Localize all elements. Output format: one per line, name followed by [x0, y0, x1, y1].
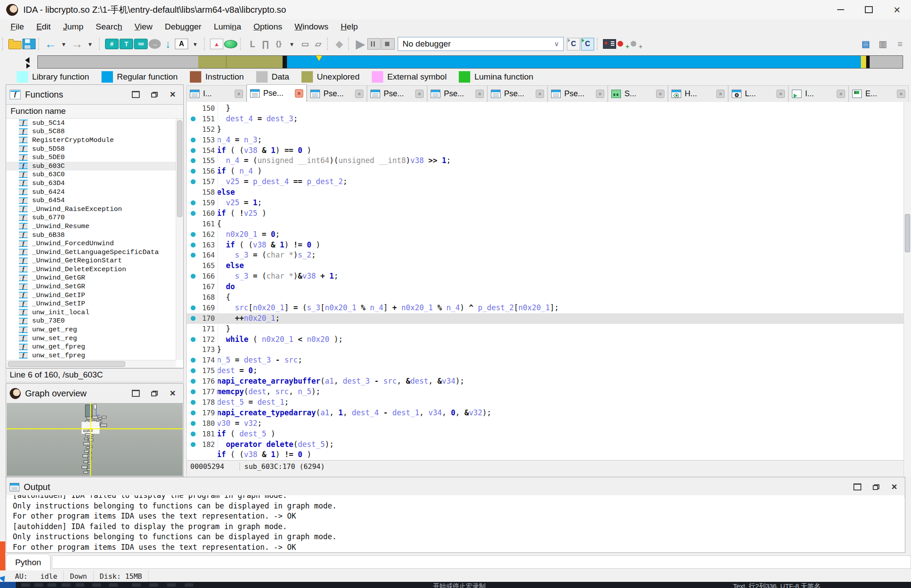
- jump-address-icon[interactable]: #: [105, 39, 119, 49]
- jump-xref-icon[interactable]: →: [149, 39, 161, 49]
- function-item[interactable]: f_Unwind_GetRegionStart: [7, 257, 176, 265]
- tab-close-icon[interactable]: ×: [235, 90, 243, 98]
- navband-scroll-right-icon[interactable]: [26, 63, 33, 69]
- code-line[interactable]: 180 v30 = v32;: [187, 418, 904, 429]
- breakpoint-disabled-icon[interactable]: [630, 40, 642, 49]
- function-item[interactable]: fsub_6B38: [7, 231, 176, 240]
- output-float-button[interactable]: [869, 481, 883, 493]
- diamond-icon[interactable]: ◆: [333, 36, 345, 51]
- debug-pause-icon[interactable]: [367, 38, 381, 50]
- open-file-icon[interactable]: [8, 41, 22, 49]
- pseudocode-vscrollbar[interactable]: [904, 102, 911, 477]
- functions-maximize-button[interactable]: [129, 89, 143, 100]
- function-item[interactable]: fsub_6454: [7, 196, 176, 205]
- navband-segment-5[interactable]: [287, 56, 861, 68]
- tab-e[interactable]: E...×: [849, 85, 909, 102]
- debugger-select[interactable]: No debugger∨: [398, 37, 564, 51]
- function-name-column-header[interactable]: Function name: [6, 105, 183, 119]
- create-function-icon[interactable]: ∏: [259, 36, 272, 51]
- graph-overview-canvas[interactable]: [7, 403, 183, 476]
- code-line[interactable]: 156 if ( n_4 ): [187, 166, 904, 177]
- code-line-current[interactable]: 170 ++n0x20_1;: [187, 313, 904, 324]
- function-item[interactable]: funw_get_fpreg: [7, 342, 176, 351]
- function-item[interactable]: fsub_5C14: [7, 119, 176, 127]
- tab-close-icon[interactable]: ×: [295, 89, 303, 98]
- menu-edit[interactable]: Edit: [30, 21, 57, 33]
- navband-segment-3[interactable]: [227, 56, 283, 68]
- code-line[interactable]: 181 if ( dest_5 ): [187, 429, 904, 439]
- menu-windows[interactable]: Windows: [288, 21, 334, 33]
- navband-position-arrow-icon[interactable]: [316, 56, 322, 64]
- function-item[interactable]: f_Unwind_SetIP: [7, 299, 176, 308]
- output-log[interactable]: [autohidden] IDA failed to display the p…: [7, 495, 904, 552]
- tab-close-icon[interactable]: ×: [716, 90, 725, 98]
- breakpoint-list-icon[interactable]: [603, 39, 616, 49]
- menu-options[interactable]: Options: [247, 21, 288, 33]
- code-line[interactable]: 179 napi_create_typedarray(a1, 1, dest_4…: [187, 408, 904, 418]
- function-item[interactable]: f_Unwind_ForcedUnwind: [7, 239, 176, 248]
- function-item[interactable]: fsub_5DE0: [7, 153, 176, 162]
- code-line[interactable]: 158 else: [187, 187, 904, 198]
- function-item[interactable]: f_Unwind_GetGR: [7, 274, 176, 283]
- code-line[interactable]: 168 {: [187, 292, 904, 303]
- code-line[interactable]: 153 n_4 = n_3;: [187, 135, 904, 145]
- create-enum-icon[interactable]: ▭: [299, 36, 311, 51]
- code-line[interactable]: 157 v25 = p_dest_4 == p_dest_2;: [187, 177, 904, 187]
- function-list-vscrollbar[interactable]: [176, 119, 183, 360]
- function-item[interactable]: f_Unwind_SetGR: [7, 282, 176, 291]
- function-item[interactable]: f_Unwind_RaiseException: [7, 205, 176, 214]
- cli-input[interactable]: [52, 555, 911, 569]
- code-line[interactable]: 152 }: [187, 124, 904, 135]
- code-line[interactable]: 182 operator delete(dest_5);: [187, 439, 904, 450]
- output-maximize-button[interactable]: [850, 481, 864, 493]
- navigation-band[interactable]: [37, 55, 903, 69]
- search-text-icon[interactable]: A: [175, 39, 188, 49]
- forward-dropdown-icon[interactable]: ▾: [84, 36, 96, 51]
- code-line[interactable]: 173 }: [187, 345, 904, 355]
- tab-close-icon[interactable]: ×: [897, 90, 905, 98]
- function-item[interactable]: funw_set_reg: [7, 334, 176, 343]
- minimize-button[interactable]: [827, 0, 855, 19]
- function-item[interactable]: fsub_63D4: [7, 179, 176, 188]
- tab-s[interactable]: S...×: [608, 85, 668, 102]
- marker-triangle-icon[interactable]: ▲: [210, 39, 223, 49]
- debug-run-icon[interactable]: ▶: [354, 36, 367, 51]
- back-icon[interactable]: ←: [44, 36, 57, 51]
- python-cli-tab[interactable]: Python: [6, 554, 51, 571]
- tab-close-icon[interactable]: ×: [355, 90, 363, 98]
- code-line[interactable]: 176 napi_create_arraybuffer(a1, dest_3 -…: [187, 376, 904, 387]
- code-line[interactable]: 172 while ( n0x20_1 < n0x20 );: [187, 334, 904, 345]
- code-line[interactable]: 160 if ( !v25 ): [187, 208, 904, 219]
- code-line[interactable]: 178 dest_5 = dest_1;: [187, 397, 904, 408]
- tab-pse[interactable]: Pse...×: [487, 85, 548, 102]
- code-line[interactable]: 155 n_4 = (unsigned __int64)(unsigned __…: [187, 156, 904, 166]
- function-item[interactable]: fRegisterCryptoModule: [7, 136, 176, 145]
- navband-segment-7[interactable]: [866, 56, 870, 68]
- create-segment-icon[interactable]: Ⅼ: [246, 36, 258, 51]
- tab-pse[interactable]: Pse...×: [307, 85, 367, 102]
- jump-binary-icon[interactable]: 010: [134, 39, 148, 49]
- code-line[interactable]: 151 dest_4 = dest_3;: [187, 114, 904, 124]
- output-close-button[interactable]: ×: [887, 481, 901, 493]
- tab-close-icon[interactable]: ×: [596, 90, 604, 98]
- navband-scroll-left-icon[interactable]: [22, 57, 29, 63]
- tab-pse[interactable]: Pse...×: [427, 85, 487, 102]
- breakpoint-add-icon[interactable]: [617, 40, 629, 49]
- code-line[interactable]: 164 s_3 = (char *)s_2;: [187, 250, 904, 261]
- window-list-icon[interactable]: ▥: [877, 36, 889, 51]
- functions-float-button[interactable]: [147, 89, 161, 100]
- menu-lumina[interactable]: Lumina: [207, 21, 247, 33]
- edit-marker-icon[interactable]: ▱: [312, 36, 324, 51]
- code-line[interactable]: 166 s_3 = (char *)&v38 + 1;: [187, 271, 904, 282]
- tab-close-icon[interactable]: ×: [656, 90, 664, 98]
- debug-stop-icon[interactable]: [381, 38, 395, 50]
- window-list2-icon[interactable]: ≡: [894, 36, 906, 51]
- save-icon[interactable]: [22, 39, 36, 49]
- functions-panel-header[interactable]: f Functions ×: [6, 85, 183, 105]
- code-line[interactable]: 154 if ( (v38 & 1) == 0 ): [187, 145, 904, 156]
- tab-pse-active[interactable]: Pse...×: [247, 84, 307, 102]
- create-struct-icon[interactable]: {}: [272, 36, 285, 51]
- function-item[interactable]: fsub_5D58: [7, 145, 176, 153]
- navband-segment-1[interactable]: [198, 56, 226, 68]
- output-panel-header[interactable]: Output ×: [6, 477, 905, 497]
